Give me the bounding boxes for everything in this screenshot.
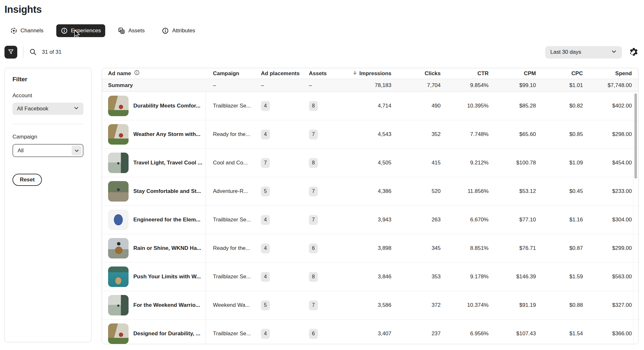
cpm-cell: $76.71: [489, 245, 536, 251]
assets-badge: 7: [309, 187, 318, 196]
column-header-assets[interactable]: Assets: [302, 70, 350, 77]
assets-badge: 6: [309, 243, 318, 253]
spend-cell: $402.00: [583, 103, 632, 109]
cpm-cell: $77.10: [489, 217, 536, 223]
clicks-cell: 353: [391, 274, 441, 280]
info-icon: [162, 27, 169, 34]
assets-cell: 6: [302, 329, 350, 339]
assets-badge: 8: [309, 101, 318, 111]
cpc-cell: $1.59: [536, 274, 583, 280]
info-icon: [61, 27, 68, 34]
campaign-cell: Ready for the...: [206, 131, 254, 138]
column-header-ctr[interactable]: CTR: [441, 70, 489, 77]
tab-attributes[interactable]: Attributes: [157, 24, 200, 37]
table-row[interactable]: Weather Any Storm with... Ready for the.…: [102, 120, 638, 149]
placements-cell: 4: [254, 243, 302, 253]
tab-label: Channels: [20, 28, 43, 34]
clicks-cell: 237: [391, 330, 441, 337]
column-header-campaign[interactable]: Campaign: [206, 70, 254, 77]
info-icon[interactable]: [134, 70, 140, 77]
ad-thumbnail: [108, 266, 129, 287]
column-label: Ad name: [108, 70, 131, 77]
filter-toggle-button[interactable]: [4, 46, 17, 59]
spend-cell: $298.00: [583, 131, 632, 138]
table-row[interactable]: Rain or Shine, WKND Ha... Ready for the.…: [102, 234, 638, 263]
campaign-cell: Weekend Wa...: [206, 302, 254, 308]
cpc-cell: $1.09: [536, 160, 583, 166]
table-row[interactable]: Designed for Durability, ... Trailblazer…: [102, 320, 638, 344]
placements-badge: 4: [261, 243, 270, 253]
gear-icon: [629, 47, 639, 58]
placements-badge: 4: [261, 130, 270, 139]
column-header-ad-placements[interactable]: Ad placements: [254, 70, 302, 77]
placements-cell: 4: [254, 215, 302, 225]
clicks-cell: 490: [391, 103, 441, 109]
ctr-cell: 9.212%: [441, 160, 489, 166]
chevron-down-icon: [74, 105, 79, 112]
column-header-cpm[interactable]: CPM: [489, 70, 536, 77]
tab-channels[interactable]: Channels: [6, 24, 48, 37]
placements-badge: 4: [261, 329, 270, 339]
clicks-cell: 352: [391, 131, 441, 138]
cpc-cell: $0.88: [536, 302, 583, 308]
assets-cell: 7: [302, 215, 350, 225]
column-header-impressions[interactable]: Impressions: [350, 70, 391, 77]
assets-badge: 8: [309, 272, 318, 282]
column-header-ad-name[interactable]: Ad name: [102, 70, 206, 77]
settings-button[interactable]: [629, 47, 639, 58]
column-header-clicks[interactable]: Clicks: [391, 70, 441, 77]
assets-badge: 8: [309, 158, 318, 168]
column-header-spend[interactable]: Spend: [583, 70, 632, 77]
table-row[interactable]: For the Weekend Warrio... Weekend Wa... …: [102, 291, 638, 320]
filter-funnel-icon: [8, 49, 14, 56]
insights-page: Insights Channels Experiences: [0, 0, 644, 350]
campaign-label: Campaign: [12, 134, 83, 140]
scrollbar-thumb[interactable]: [634, 93, 637, 179]
panel-divider: [12, 124, 83, 124]
ad-thumbnail: [108, 323, 129, 344]
target-icon: [10, 27, 17, 34]
table-row[interactable]: Travel Light, Travel Cool ... Cool and C…: [102, 149, 638, 177]
spend-cell: $304.00: [583, 217, 632, 223]
table-row[interactable]: Push Your Limits with W... Trailblazer S…: [102, 263, 638, 291]
ctr-cell: 11.856%: [441, 188, 489, 195]
ad-name-text: For the Weekend Warrio...: [133, 302, 200, 308]
date-range-select[interactable]: Last 30 days: [545, 46, 622, 59]
search-icon: [29, 48, 37, 57]
campaign-cell: Trailblazer Se...: [206, 217, 254, 223]
summary-impressions: 78,183: [350, 82, 391, 89]
table-row[interactable]: Engineered for the Elem... Trailblazer S…: [102, 206, 638, 234]
table-row[interactable]: Durability Meets Comfor... Trailblazer S…: [102, 92, 638, 120]
account-select[interactable]: All Facebook: [12, 103, 83, 115]
ad-thumbnail: [108, 96, 129, 116]
placements-badge: 5: [261, 300, 270, 310]
ad-thumbnail: [108, 238, 129, 259]
account-select-value: All Facebook: [17, 106, 48, 112]
ad-name-text: Travel Light, Travel Cool ...: [133, 160, 202, 166]
column-label: Impressions: [359, 70, 391, 77]
impressions-cell: 4,505: [350, 160, 391, 166]
clicks-cell: 520: [391, 188, 441, 195]
assets-cell: 7: [302, 187, 350, 196]
main-content: Filter Account All Facebook Campaign All…: [4, 68, 639, 344]
ctr-cell: 7.748%: [441, 131, 489, 138]
column-header-cpc[interactable]: CPC: [536, 70, 583, 77]
placements-cell: 4: [254, 272, 302, 282]
reset-button[interactable]: Reset: [12, 174, 42, 186]
tab-experiences[interactable]: Experiences: [56, 24, 106, 37]
table-row[interactable]: Stay Comfortable and St... Adventure-R..…: [102, 177, 638, 206]
cpm-cell: $91.19: [489, 302, 536, 308]
tab-assets[interactable]: Assets: [114, 24, 149, 37]
ad-name-text: Rain or Shine, WKND Ha...: [133, 245, 201, 251]
tab-label: Experiences: [71, 28, 101, 34]
ctr-cell: 6.670%: [441, 217, 489, 223]
spend-cell: $454.00: [583, 160, 632, 166]
campaign-select[interactable]: All: [12, 144, 83, 157]
page-title: Insights: [4, 4, 639, 15]
ctr-cell: 9.178%: [441, 274, 489, 280]
sort-descending-icon: [352, 70, 357, 77]
account-label: Account: [12, 92, 83, 99]
search-button[interactable]: [29, 48, 37, 57]
clicks-cell: 372: [391, 302, 441, 308]
placements-badge: 4: [261, 215, 270, 225]
